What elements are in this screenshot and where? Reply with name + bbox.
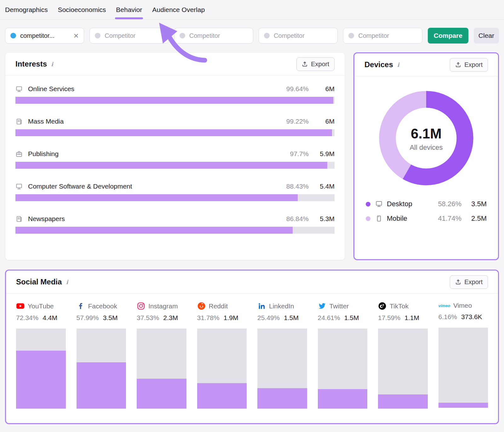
social-media-card: Social Media i Export YouTube 72.34%4.4M…: [5, 270, 499, 424]
platform-name: Instagram: [148, 302, 178, 310]
tab-demographics[interactable]: Demographics: [5, 0, 48, 19]
clear-button[interactable]: Clear: [474, 28, 499, 44]
platform-value: 1.5M: [344, 314, 359, 322]
interest-value: 5.3M: [316, 215, 335, 223]
interest-bar-track: [15, 194, 335, 201]
interest-percent: 99.64%: [286, 85, 309, 93]
platform-bar-track: [197, 329, 247, 409]
platform-bar-fill: [257, 388, 307, 409]
legend-label: Desktop: [387, 200, 412, 208]
interest-label: Computer Software & Development: [28, 183, 132, 190]
platform-reddit: Reddit 31.78%1.9M: [197, 302, 247, 409]
platform-value: 2.3M: [163, 314, 178, 322]
desktop-color-dot: [366, 202, 370, 207]
platform-name: LinkedIn: [269, 302, 294, 310]
platform-youtube: YouTube 72.34%4.4M: [16, 302, 66, 409]
compare-button[interactable]: Compare: [428, 28, 468, 44]
competitor-dot-icon: [264, 33, 270, 38]
interests-title: Interests: [15, 60, 47, 68]
top-tab-bar: Demographics Socioeconomics Behavior Aud…: [0, 0, 504, 20]
export-icon: [455, 62, 461, 68]
news-icon: [15, 215, 23, 223]
donut-center-label: 6.1M All devices: [379, 91, 473, 187]
platform-bar-track: [16, 329, 66, 409]
interest-row: Online Services 99.64% 6M: [15, 85, 335, 104]
interest-label: Online Services: [28, 85, 74, 93]
tiktok-icon: [378, 302, 387, 310]
competitor-chip-empty-1[interactable]: Competitor: [89, 28, 169, 44]
interests-card: Interests i Export Online Services 99.64…: [5, 52, 345, 260]
info-icon[interactable]: i: [51, 61, 53, 67]
tab-socioeconomics[interactable]: Socioeconomics: [58, 0, 106, 19]
export-button[interactable]: Export: [450, 275, 488, 289]
export-button[interactable]: Export: [296, 57, 335, 71]
platform-bar-fill: [16, 351, 66, 409]
tab-behavior[interactable]: Behavior: [116, 0, 142, 19]
platform-bar-track: [378, 329, 428, 409]
interest-bar-fill: [15, 97, 333, 104]
platform-percent: 72.34%: [16, 314, 38, 322]
interest-label: Mass Media: [28, 118, 64, 125]
mobile-icon: [375, 215, 383, 222]
interest-bar-track: [15, 162, 335, 169]
platform-value: 4.4M: [43, 314, 57, 322]
close-icon[interactable]: ✕: [73, 32, 79, 39]
interest-percent: 97.7%: [290, 150, 309, 158]
interest-row: Newspapers 86.84% 5.3M: [15, 215, 335, 234]
legend-label: Mobile: [387, 214, 407, 223]
platform-tiktok: TikTok 17.59%1.1M: [378, 302, 428, 409]
twitter-icon: [318, 302, 326, 310]
competitor-dot-icon: [180, 33, 185, 38]
platform-value: 3.5M: [103, 314, 118, 322]
platform-percent: 25.49%: [257, 314, 280, 322]
platform-percent: 17.59%: [378, 314, 400, 322]
monitor-icon: [15, 85, 23, 93]
interest-bar-track: [15, 97, 335, 104]
devices-title: Devices: [364, 60, 393, 69]
platform-bar-fill: [378, 394, 428, 409]
news-icon: [15, 118, 23, 125]
interest-percent: 88.43%: [286, 183, 309, 190]
interest-row: Computer Software & Development 88.43% 5…: [15, 183, 335, 201]
legend-percent: 41.74%: [438, 214, 461, 223]
competitor-placeholder: Competitor: [274, 32, 332, 39]
platform-percent: 37.53%: [137, 314, 159, 322]
platform-name: Twitter: [329, 302, 349, 310]
competitor-filter-row: competitor... ✕ Competitor Competitor Co…: [0, 20, 504, 44]
platform-bar-track: [257, 329, 307, 409]
competitor-chip-empty-3[interactable]: Competitor: [259, 28, 338, 44]
platform-instagram: Instagram 37.53%2.3M: [137, 302, 186, 409]
export-icon: [455, 279, 461, 285]
platform-name: YouTube: [28, 302, 54, 310]
interest-value: 6M: [316, 118, 335, 125]
competitor-dot-icon: [348, 33, 354, 38]
total-devices-caption: All devices: [410, 143, 443, 152]
social-media-header: Social Media i Export: [6, 271, 498, 293]
interest-value: 5.4M: [316, 183, 335, 190]
legend-percent: 58.26%: [438, 200, 461, 208]
competitor-chip-empty-2[interactable]: Competitor: [174, 28, 253, 44]
instagram-icon: [137, 302, 145, 310]
platform-bar-fill: [77, 362, 126, 409]
platform-value: 1.5M: [284, 314, 299, 322]
info-icon[interactable]: i: [66, 279, 68, 285]
platform-value: 373.6K: [461, 313, 482, 321]
main-row: Interests i Export Online Services 99.64…: [0, 44, 504, 260]
export-button[interactable]: Export: [450, 58, 488, 72]
export-icon: [302, 61, 308, 67]
tab-audience-overlap[interactable]: Audience Overlap: [152, 0, 205, 19]
platform-value: 1.1M: [404, 314, 419, 322]
info-icon[interactable]: i: [397, 61, 399, 68]
platform-percent: 6.16%: [438, 313, 457, 321]
platform-value: 1.9M: [224, 314, 238, 322]
competitor-chip-empty-4[interactable]: Competitor: [343, 28, 422, 44]
platform-name: Reddit: [209, 302, 228, 310]
interest-bar-track: [15, 227, 335, 234]
platform-name: TikTok: [390, 302, 409, 310]
social-media-title: Social Media: [16, 277, 62, 286]
competitor-chip-label: competitor...: [20, 32, 69, 39]
competitor-chip-selected[interactable]: competitor... ✕: [5, 28, 84, 44]
platform-bar-track: [137, 329, 186, 409]
briefcase-icon: [15, 150, 23, 158]
legend-value: 3.5M: [467, 200, 487, 208]
